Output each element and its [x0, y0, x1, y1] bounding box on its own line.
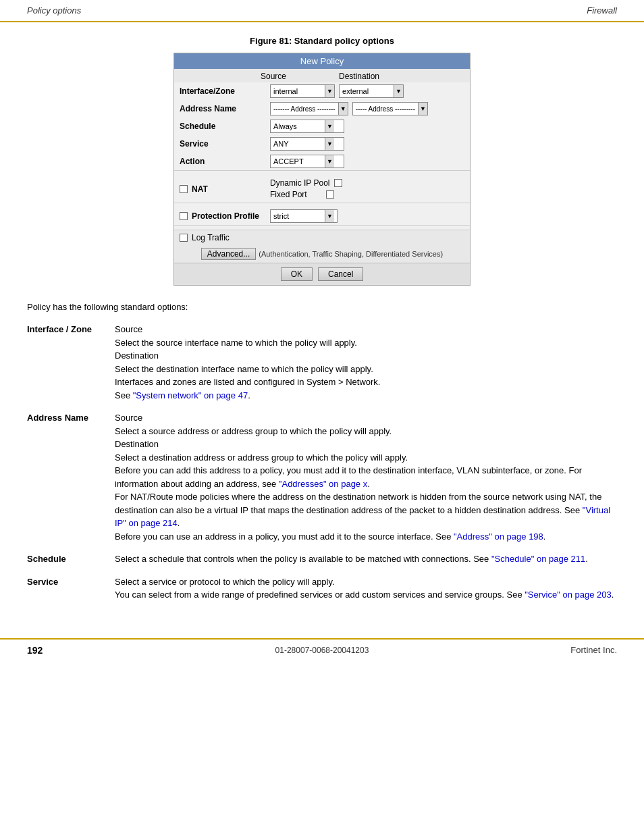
dynamic-ip-pool-label: Dynamic IP Pool	[270, 178, 329, 188]
footer-doc-id: 01-28007-0068-20041203	[275, 646, 369, 655]
nat-checkbox[interactable]	[180, 185, 188, 193]
log-traffic-label: Log Traffic	[192, 233, 230, 242]
policy-dialog: New Policy Source Destination Interface/…	[173, 53, 471, 286]
term-service: Service Select a service or protocol to …	[27, 575, 617, 611]
figure-title: Figure 81: Standard policy options	[27, 36, 617, 46]
source-col-header: Source	[261, 72, 335, 81]
source-address-select[interactable]: ------- Address -------- ▼	[270, 102, 348, 115]
schedule-select[interactable]: Always ▼	[270, 120, 344, 133]
link-service[interactable]: "Service" on page 203	[525, 590, 611, 600]
link-schedule[interactable]: "Schedule" on page 211	[491, 554, 585, 564]
link-system-network[interactable]: "System network" on page 47	[133, 390, 248, 400]
source-interface-select[interactable]: internal ▼	[270, 84, 335, 98]
ok-button[interactable]: OK	[281, 267, 313, 281]
address-name-label: Address Name	[180, 104, 236, 113]
dialog-title-bar: New Policy	[174, 53, 470, 69]
header-left: Policy options	[27, 5, 81, 16]
fixed-port-checkbox[interactable]	[326, 190, 334, 199]
footer-page-number: 192	[27, 645, 43, 656]
service-label: Service	[180, 139, 209, 149]
term-schedule: Schedule Select a schedule that controls…	[27, 552, 617, 575]
footer-bar: 192 01-28007-0068-20041203 Fortinet Inc.	[0, 638, 644, 661]
link-addresses[interactable]: "Addresses" on page x	[279, 479, 367, 489]
log-traffic-checkbox[interactable]	[180, 234, 188, 242]
footer-company: Fortinet Inc.	[570, 645, 617, 655]
action-select[interactable]: ACCEPT ▼	[270, 155, 344, 168]
action-arrow: ▼	[325, 155, 334, 167]
protection-profile-select[interactable]: strict ▼	[270, 209, 338, 223]
link-virtual-ip[interactable]: "Virtual IP" on page 214	[115, 505, 610, 529]
header-right: Firewall	[587, 5, 617, 16]
service-arrow: ▼	[325, 138, 334, 150]
protection-profile-arrow: ▼	[325, 210, 334, 222]
protection-profile-checkbox[interactable]	[180, 212, 188, 220]
dynamic-ip-pool-checkbox[interactable]	[334, 179, 342, 187]
service-select[interactable]: ANY ▼	[270, 137, 344, 151]
source-interface-arrow: ▼	[325, 85, 334, 97]
dest-address-select[interactable]: ----- Address --------- ▼	[352, 102, 428, 115]
advanced-note: (Authentication, Traffic Shaping, Differ…	[259, 250, 443, 258]
header-bar: Policy options Firewall	[0, 0, 644, 22]
interface-zone-label: Interface/Zone	[180, 86, 235, 96]
term-interface-zone: Interface / Zone Source Select the sourc…	[27, 323, 617, 411]
protection-profile-label: Protection Profile	[192, 211, 259, 221]
action-label: Action	[180, 157, 205, 166]
dest-interface-select[interactable]: external ▼	[339, 84, 404, 98]
dest-interface-arrow: ▼	[394, 85, 403, 97]
dest-address-arrow: ▼	[418, 103, 427, 115]
schedule-arrow: ▼	[325, 120, 334, 132]
nat-label: NAT	[192, 184, 208, 194]
advanced-button[interactable]: Advanced...	[201, 248, 256, 260]
intro-text: Policy has the following standard option…	[27, 302, 617, 312]
schedule-label: Schedule	[180, 122, 215, 131]
cancel-button[interactable]: Cancel	[318, 267, 363, 281]
link-address[interactable]: "Address" on page 198	[454, 531, 543, 542]
fixed-port-label: Fixed Port	[270, 190, 307, 199]
term-address-name: Address Name Source Select a source addr…	[27, 411, 617, 552]
dest-col-header: Destination	[339, 72, 393, 81]
source-address-arrow: ▼	[338, 103, 348, 115]
